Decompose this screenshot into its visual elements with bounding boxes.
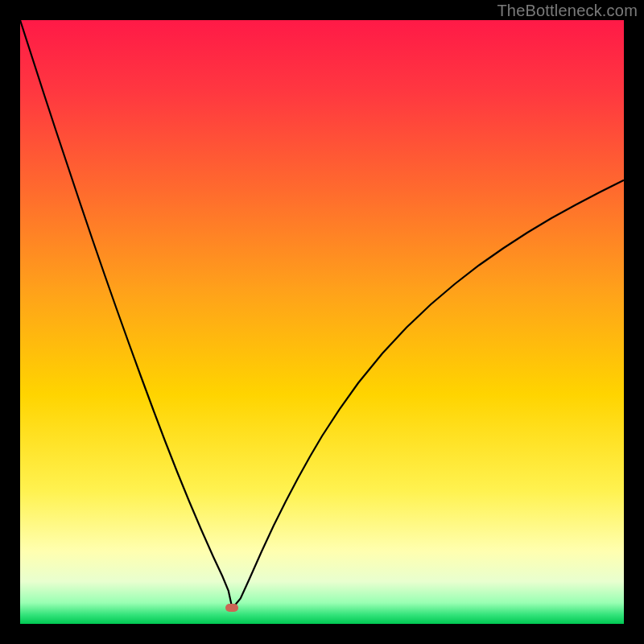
vertex-marker	[225, 604, 238, 612]
watermark: TheBottleneck.com	[497, 2, 638, 20]
plot-area	[20, 20, 624, 624]
curve-layer	[20, 20, 624, 624]
chart-stage: TheBottleneck.com	[0, 0, 644, 644]
curve	[20, 20, 624, 606]
